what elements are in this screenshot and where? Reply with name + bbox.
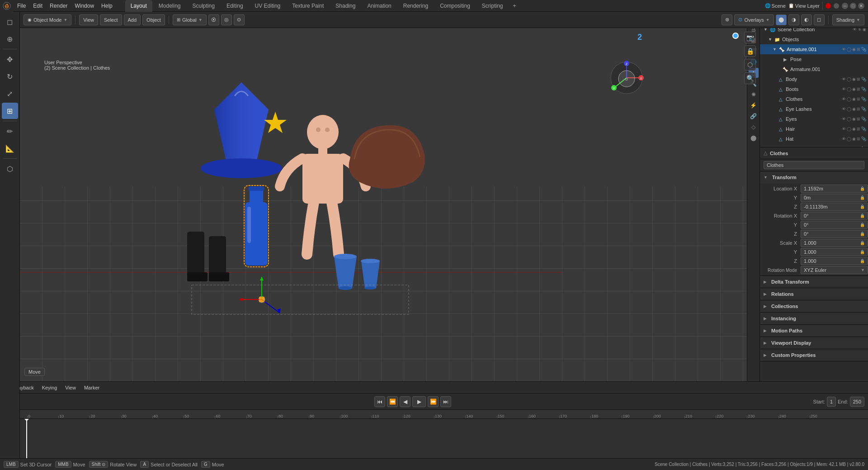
scale-x-field[interactable]: 1.000 🔒	[801, 239, 868, 247]
scale-z-field[interactable]: 1.000 🔒	[801, 257, 868, 265]
win-close[interactable]: ✕	[858, 3, 864, 9]
tool-annotate[interactable]: ✏	[2, 123, 18, 139]
timeline-view-menu[interactable]: View	[62, 383, 79, 393]
view-3d-btn[interactable]: 🔍	[744, 72, 756, 84]
menu-render[interactable]: Render	[46, 0, 71, 12]
win-maximize[interactable]: □	[850, 3, 856, 9]
select-menu[interactable]: Select	[100, 14, 122, 25]
viewport-overlays-toggle[interactable]: ⊙ Overlays ▼	[734, 14, 774, 25]
timeline-jump-start[interactable]: ⏮	[374, 396, 385, 407]
snap-toggle[interactable]: ⦿	[208, 14, 219, 25]
timeline-marker-menu[interactable]: Marker	[81, 383, 102, 393]
rotation-y-field[interactable]: 0° 🔒	[801, 221, 868, 229]
delta-transform-header[interactable]: ▶ Delta Transform	[760, 276, 868, 288]
menu-edit[interactable]: Edit	[29, 0, 46, 12]
tree-item-armature001[interactable]: ▼ 🦴 Armature.001 👁 ◯ ◉ ⊞ 📎	[760, 44, 868, 54]
timeline-prev-keyframe[interactable]: ⏪	[387, 396, 398, 407]
mode-selector[interactable]: ◉ Object Mode ▼	[24, 14, 71, 25]
prop-icon-data[interactable]: ◇	[749, 122, 759, 132]
rotation-mode-selector[interactable]: XYZ Euler ▼	[801, 266, 868, 274]
location-x-field[interactable]: 1.1592m 🔒	[801, 185, 868, 193]
proportional-editing[interactable]: ◎	[221, 14, 232, 25]
timeline-track[interactable]: 2	[0, 419, 868, 464]
shading-mode[interactable]: Shading ▼	[832, 14, 864, 25]
tree-item-body[interactable]: ▶ △ Body 👁 ◯ ◉ ⊞ 📎	[760, 74, 868, 84]
transform-section-header[interactable]: ▼ Transform	[760, 171, 868, 183]
lock-icon-loc-z[interactable]: 🔒	[860, 204, 865, 209]
tree-item-hat[interactable]: ▶ △ Hat 👁 ◯ ◉ ⊞ 📎	[760, 134, 868, 144]
workspace-tab-texturepaint[interactable]: Texture Paint	[287, 0, 329, 12]
motion-paths-header[interactable]: ▶ Motion Paths	[760, 325, 868, 337]
viewport-gizmos-toggle[interactable]: ⊛	[722, 14, 732, 25]
tree-item-boots[interactable]: ▶ △ Boots 👁 ◯ ◉ ⊞ 📎	[760, 84, 868, 94]
workspace-tab-compositing[interactable]: Compositing	[434, 0, 476, 12]
location-z-field[interactable]: -0.11139m 🔒	[801, 203, 868, 211]
prop-icon-material[interactable]: ⬤	[749, 133, 759, 143]
frame-end-field[interactable]: 250	[850, 397, 864, 407]
main-viewport[interactable]: User Perspective (2) Scene Collection | …	[20, 28, 760, 381]
workspace-tab-editing[interactable]: Editing	[221, 0, 249, 12]
view-lock-btn[interactable]: 🔒	[744, 45, 756, 57]
win-minimize[interactable]: ─	[842, 3, 848, 9]
workspace-tab-scripting[interactable]: Scripting	[476, 0, 509, 12]
workspace-tab-layout[interactable]: Layout	[125, 0, 152, 12]
lock-icon-rot-x[interactable]: 🔒	[860, 214, 865, 218]
tool-cursor[interactable]: ⊕	[2, 31, 18, 47]
view-camera-btn[interactable]: 📷	[744, 32, 756, 43]
tool-scale[interactable]: ⤢	[2, 85, 18, 102]
workspace-tab-uvediting[interactable]: UV Editing	[250, 0, 286, 12]
custom-properties-header[interactable]: ▶ Custom Properties	[760, 349, 868, 361]
orientation-selector[interactable]: ⊞ Global ▼	[173, 14, 207, 25]
lock-icon-loc-y[interactable]: 🔒	[860, 195, 865, 200]
tree-item-armature001-data[interactable]: ▶ 🦴 Armature.001	[760, 64, 868, 74]
workspace-tab-modeling[interactable]: Modeling	[153, 0, 186, 12]
lock-icon-scale-x[interactable]: 🔒	[860, 241, 865, 245]
tree-item-hair[interactable]: ▶ △ Hair 👁 ◯ ◉ ⊞ 📎	[760, 124, 868, 134]
tree-item-eyes[interactable]: ▶ △ Eyes 👁 ◯ ◉ ⊞ 📎	[760, 114, 868, 124]
menu-help[interactable]: Help	[98, 0, 116, 12]
view-menu[interactable]: View	[79, 14, 98, 25]
menu-file[interactable]: File	[14, 0, 29, 12]
location-y-field[interactable]: 0m 🔒	[801, 194, 868, 202]
tree-item-hatstar[interactable]: ▶ △ Hat Star 👁 ◯ ◉ ⊞ 📎	[760, 144, 868, 147]
tree-item-eyelashes[interactable]: ▶ △ Eye Lashes 👁 ◯ ◉ ⊞ 📎	[760, 104, 868, 114]
tree-item-clothes[interactable]: ▶ △ Clothes 👁 ◯ ◉ ⊞ 📎	[760, 94, 868, 104]
object-menu[interactable]: Object	[142, 14, 165, 25]
timeline-jump-end[interactable]: ⏭	[440, 396, 451, 407]
workspace-tab-rendering[interactable]: Rendering	[398, 0, 434, 12]
lock-icon-scale-y[interactable]: 🔒	[860, 250, 865, 254]
workspace-tab-animation[interactable]: Animation	[362, 0, 396, 12]
timeline-ruler[interactable]: 0 10 20 30 40 50 60 70 80 90 100 110 120…	[0, 410, 868, 419]
prop-icon-particles[interactable]: ✺	[749, 90, 759, 100]
tree-item-objects[interactable]: ▼ 📁 Objects	[760, 34, 868, 44]
viewport-display-header[interactable]: ▶ Viewport Display	[760, 337, 868, 349]
lock-icon-rot-z[interactable]: 🔒	[860, 232, 865, 236]
transform-pivot[interactable]: ⊙	[234, 14, 245, 25]
workspace-add-tab[interactable]: +	[509, 0, 520, 12]
relations-header[interactable]: ▶ Relations	[760, 288, 868, 300]
lock-icon-rot-y[interactable]: 🔒	[860, 223, 865, 227]
rotation-x-field[interactable]: 0° 🔒	[801, 212, 868, 220]
scale-y-field[interactable]: 1.000 🔒	[801, 248, 868, 256]
menu-window[interactable]: Window	[71, 0, 98, 12]
viewport-shading-material[interactable]: ◑	[788, 14, 799, 25]
prop-icon-physics[interactable]: ⚡	[749, 100, 759, 110]
collections-header[interactable]: ▶ Collections	[760, 300, 868, 312]
nav-gizmo[interactable]: X Y Z ⊙	[609, 60, 645, 96]
lock-icon-loc-x[interactable]: 🔒	[860, 186, 865, 191]
view-perspective-btn[interactable]: ⬡	[744, 59, 756, 71]
tool-select-box[interactable]: ◻	[2, 14, 18, 30]
viewport-shading-wireframe[interactable]: ◻	[814, 14, 825, 25]
prop-icon-constraints[interactable]: 🔗	[749, 111, 759, 121]
tool-rotate[interactable]: ↻	[2, 68, 18, 85]
app-logo[interactable]	[0, 0, 14, 12]
tool-move[interactable]: ✥	[2, 51, 18, 67]
object-name-field[interactable]: Clothes	[764, 161, 864, 169]
tool-transform[interactable]: ⊞	[2, 103, 18, 119]
timeline-play-reverse[interactable]: ◀	[400, 396, 410, 407]
rotation-z-field[interactable]: 0° 🔒	[801, 230, 868, 238]
tree-item-pose[interactable]: ▶ ▶ Pose	[760, 54, 868, 64]
instancing-header[interactable]: ▶ Instancing	[760, 313, 868, 324]
lock-icon-scale-z[interactable]: 🔒	[860, 259, 865, 263]
timeline-play[interactable]: ▶	[412, 396, 426, 407]
